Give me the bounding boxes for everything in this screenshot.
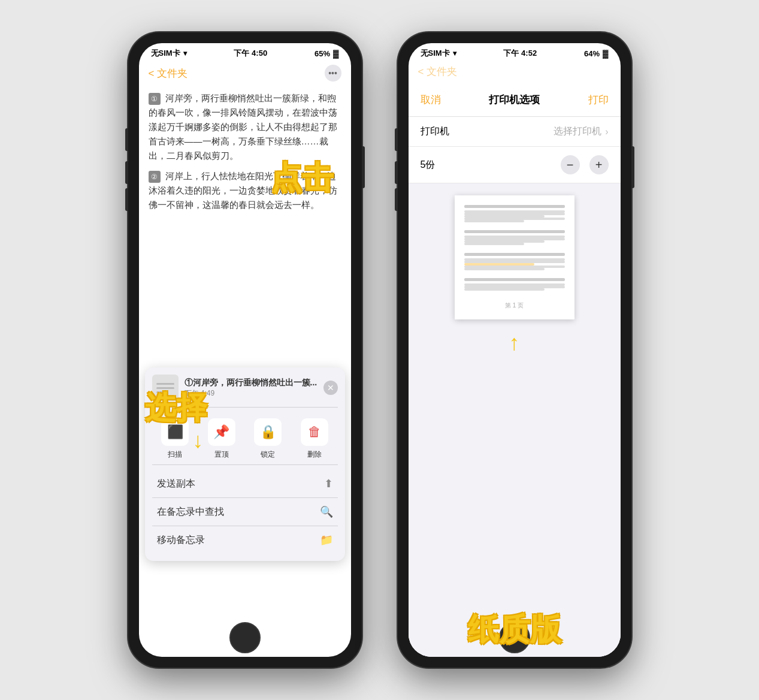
copies-label: 5份	[421, 159, 436, 171]
preview-line	[464, 268, 545, 270]
scan-label: 扫描	[168, 449, 182, 460]
arrow-up-icon: ↑	[509, 330, 520, 355]
battery-text: 65%	[315, 49, 330, 58]
preview-line	[464, 288, 545, 291]
time-text-2: 下午 4:52	[503, 48, 537, 59]
print-dialog-title: 打印机选项	[489, 93, 540, 107]
search-icon: 🔍	[320, 505, 333, 518]
preview-page: 第 1 页	[455, 195, 574, 319]
print-screen: 取消 打印机选项 打印 打印机 选择打印机 › 5份 −	[409, 83, 621, 657]
preview-section-header	[464, 205, 565, 208]
pin-action[interactable]: 📌 置顶	[208, 418, 235, 460]
notes-nav: < 文件夹 •••	[139, 61, 351, 86]
preview-page-number: 第 1 页	[464, 301, 565, 310]
pin-label: 置顶	[214, 449, 229, 460]
status-bar-left: 无SIM卡 ▾ 下午 4:50 65% ▓	[139, 43, 351, 61]
note-paragraph-1: ① 河岸旁，两行垂柳悄然吐出一簇新绿，和煦的春风一吹，像一排风铃随风摆动，在碧波…	[149, 91, 341, 163]
plus-icon: +	[595, 158, 603, 172]
lock-icon: 🔒	[260, 424, 276, 440]
more-button[interactable]: •••	[325, 65, 341, 82]
carrier-text-2: 无SIM卡	[421, 48, 450, 59]
context-note-title: ①河岸旁，两行垂柳悄然吐出一簇...	[185, 378, 317, 388]
copies-plus-button[interactable]: +	[589, 155, 609, 174]
printer-value: 选择打印机 ›	[554, 125, 608, 138]
move-note-item[interactable]: 移动备忘录 📁	[152, 526, 338, 554]
print-header: 取消 打印机选项 打印	[409, 83, 621, 117]
battery-icon-2: ▓	[603, 49, 608, 58]
battery-text-2: 64%	[584, 49, 600, 58]
preview-text-lines	[464, 205, 565, 297]
find-label: 在备忘录中查找	[157, 506, 224, 518]
move-label: 移动备忘录	[157, 534, 205, 547]
preview-section-header	[464, 230, 565, 233]
delete-icon: 🗑	[308, 424, 321, 440]
find-in-notes-item[interactable]: 在备忘录中查找 🔍	[152, 498, 338, 526]
printer-label: 打印机	[421, 125, 449, 138]
thumb-line	[156, 383, 174, 385]
back-button[interactable]: < 文件夹	[149, 67, 188, 80]
battery-icon: ▓	[333, 49, 338, 58]
delete-label: 删除	[307, 449, 322, 460]
iphone-left: 无SIM卡 ▾ 下午 4:50 65% ▓ < 文件夹 ••• ① 河岸旁，两行…	[128, 32, 362, 668]
preview-section-header	[464, 278, 565, 281]
print-cancel-button[interactable]: 取消	[421, 93, 441, 107]
annotation-select: 选择	[145, 387, 207, 429]
note-number-1: ①	[149, 93, 161, 105]
note-number-2: ②	[149, 171, 161, 183]
minus-icon: −	[567, 158, 574, 172]
copies-minus-button[interactable]: −	[561, 155, 580, 174]
send-copy-item[interactable]: 发送副本 ⬆	[152, 470, 338, 498]
lock-action[interactable]: 🔒 锁定	[254, 418, 282, 460]
print-preview-area: 第 1 页 ↑ 纸质版	[409, 183, 621, 657]
home-button[interactable]	[229, 622, 261, 653]
send-copy-label: 发送副本	[157, 478, 195, 490]
lock-label: 锁定	[261, 449, 275, 460]
share-icon: ⬆	[324, 477, 333, 490]
close-button[interactable]: ✕	[323, 381, 338, 395]
folder-icon: 📁	[320, 533, 333, 547]
preview-section-header	[464, 253, 565, 256]
note-text-1: 河岸旁，两行垂柳悄然吐出一簇新绿，和煦的春风一吹，像一排风铃随风摆动，在碧波中荡…	[149, 93, 337, 161]
blurred-back: < 文件夹	[418, 65, 458, 79]
annotation-paper: 纸质版	[468, 609, 561, 651]
printer-option-row[interactable]: 打印机 选择打印机 ›	[409, 117, 621, 147]
more-icon: •••	[328, 68, 337, 78]
wifi-icon-2: ▾	[453, 49, 456, 58]
print-confirm-button[interactable]: 打印	[588, 93, 609, 107]
copies-row: 5份 − +	[409, 147, 621, 183]
printer-value-text: 选择打印机	[554, 125, 601, 138]
pin-icon: 📌	[213, 424, 229, 440]
blurred-nav: < 文件夹	[409, 61, 621, 83]
time-text: 下午 4:50	[234, 48, 267, 59]
preview-line	[464, 243, 525, 245]
carrier-text: 无SIM卡	[151, 48, 180, 59]
chevron-right-icon: ›	[605, 126, 608, 137]
notes-screen: ① 河岸旁，两行垂柳悄然吐出一簇新绿，和煦的春风一吹，像一排风铃随风摆动，在碧波…	[139, 86, 351, 657]
note-paragraph-2: ② 河岸上，行人怯怯地在阳光下徜徉着，一边沐浴着久违的阳光，一边贪婪地欣赏着春光…	[149, 169, 341, 212]
note-text-2: 河岸上，行人怯怯地在阳光下徜徉着，一边沐浴着久违的阳光，一边贪婪地欣赏着春光，仿…	[149, 171, 337, 210]
wifi-icon: ▾	[183, 49, 187, 58]
preview-line	[464, 220, 525, 222]
print-dialog: 取消 打印机选项 打印 打印机 选择打印机 › 5份 −	[409, 83, 621, 657]
copies-controls: − +	[561, 155, 609, 174]
iphone-right: 无SIM卡 ▾ 下午 4:52 64% ▓ < 文件夹 取消 打印机选项 打印	[398, 32, 631, 668]
delete-action[interactable]: 🗑 删除	[301, 418, 328, 460]
status-bar-right: 无SIM卡 ▾ 下午 4:52 64% ▓	[409, 43, 621, 61]
